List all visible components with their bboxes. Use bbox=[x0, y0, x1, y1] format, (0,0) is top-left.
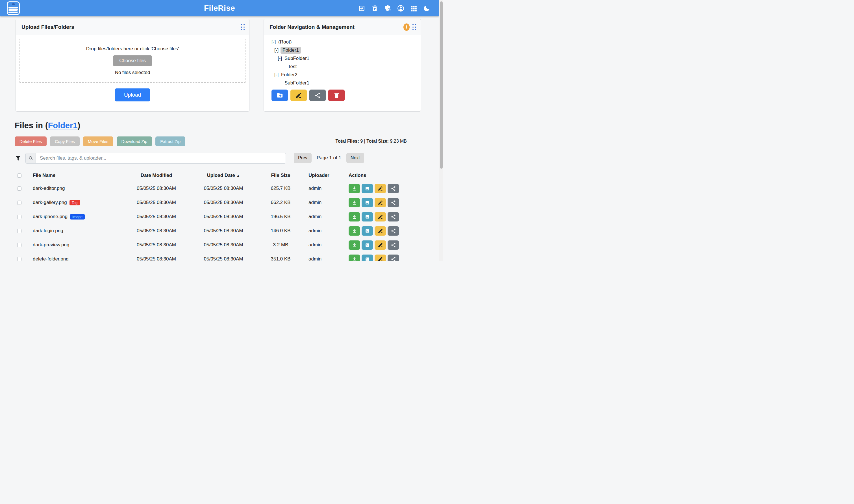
rename-file-button[interactable] bbox=[375, 240, 386, 250]
file-name[interactable]: dark-iphone.png bbox=[33, 214, 68, 219]
prev-page-button[interactable]: Prev bbox=[294, 153, 312, 163]
pencil-icon bbox=[295, 92, 302, 98]
move-files-button[interactable]: Move Files bbox=[83, 137, 113, 146]
search-input[interactable] bbox=[36, 153, 286, 163]
column-header-upload-date[interactable]: Upload Date▲ bbox=[189, 173, 257, 178]
share-icon bbox=[391, 186, 396, 191]
download-file-button[interactable] bbox=[349, 240, 360, 250]
rename-folder-button[interactable] bbox=[290, 90, 307, 101]
tree-folder-label[interactable]: Folder2 bbox=[280, 72, 298, 78]
user-profile-icon[interactable] bbox=[397, 4, 404, 12]
uploader-cell: admin bbox=[304, 186, 344, 191]
file-name[interactable]: dark-editor.png bbox=[33, 186, 65, 191]
current-folder-link[interactable]: Folder1 bbox=[48, 121, 78, 130]
row-checkbox[interactable] bbox=[17, 201, 21, 205]
drag-handle-icon[interactable] bbox=[241, 24, 244, 30]
total-files-value: 9 bbox=[360, 139, 363, 144]
tree-folder-label[interactable]: Folder1 bbox=[280, 47, 301, 54]
tree-folder-label[interactable]: Test bbox=[287, 64, 297, 70]
file-name-cell[interactable]: dark-gallery.pngTag bbox=[27, 200, 123, 205]
file-name[interactable]: dark-gallery.png bbox=[33, 200, 67, 205]
tree-folder-label[interactable]: (Root) bbox=[278, 39, 292, 45]
grid-view-icon[interactable] bbox=[410, 4, 418, 12]
file-name-cell[interactable]: dark-iphone.pngImage bbox=[27, 214, 123, 219]
tree-folder-label[interactable]: SubFolder1 bbox=[284, 80, 310, 86]
download-file-button[interactable] bbox=[349, 254, 360, 262]
preview-image-button[interactable] bbox=[362, 198, 373, 208]
restore-trash-icon[interactable] bbox=[371, 4, 379, 12]
column-header-uploader[interactable]: Uploader bbox=[304, 173, 344, 178]
share-file-button[interactable] bbox=[387, 198, 399, 208]
file-tag-badge: Image bbox=[70, 214, 85, 219]
file-name[interactable]: dark-login.png bbox=[33, 228, 63, 234]
extract-zip-button[interactable]: Extract Zip bbox=[156, 137, 185, 146]
rename-file-button[interactable] bbox=[375, 198, 386, 208]
choose-files-button[interactable]: Choose files bbox=[113, 55, 152, 66]
column-header-date-modified[interactable]: Date Modified bbox=[123, 173, 189, 178]
row-checkbox[interactable] bbox=[17, 257, 21, 261]
row-checkbox[interactable] bbox=[17, 186, 21, 191]
file-name-cell[interactable]: delete-folder.png bbox=[27, 256, 123, 261]
share-file-button[interactable] bbox=[387, 212, 399, 221]
image-icon bbox=[365, 228, 370, 234]
delete-folder-button[interactable] bbox=[328, 90, 345, 101]
share-file-button[interactable] bbox=[387, 226, 399, 236]
row-checkbox[interactable] bbox=[17, 215, 21, 219]
tree-expander-toggle[interactable]: [-] bbox=[274, 48, 278, 53]
rename-file-button[interactable] bbox=[375, 254, 386, 262]
share-file-button[interactable] bbox=[387, 240, 399, 250]
upload-button[interactable]: Upload bbox=[115, 88, 150, 102]
file-size-cell: 3.2 MB bbox=[257, 242, 304, 248]
share-folder-button[interactable] bbox=[309, 90, 326, 101]
info-icon[interactable]: i bbox=[403, 23, 410, 31]
row-actions-cell bbox=[344, 212, 400, 221]
rename-file-button[interactable] bbox=[375, 184, 386, 193]
file-name[interactable]: dark-preview.png bbox=[33, 242, 69, 248]
upload-dropzone[interactable]: Drop files/folders here or click 'Choose… bbox=[19, 39, 246, 83]
create-folder-button[interactable] bbox=[272, 90, 288, 101]
file-name[interactable]: delete-folder.png bbox=[33, 256, 69, 261]
share-file-button[interactable] bbox=[387, 254, 399, 262]
filter-icon[interactable] bbox=[15, 155, 21, 162]
column-header-file-size[interactable]: File Size bbox=[257, 173, 304, 178]
preview-image-button[interactable] bbox=[362, 212, 373, 221]
file-tag-badge: Tag bbox=[70, 200, 80, 205]
row-checkbox-cell bbox=[15, 243, 27, 247]
download-file-button[interactable] bbox=[349, 184, 360, 193]
download-zip-button[interactable]: Download Zip bbox=[117, 137, 152, 146]
delete-files-button[interactable]: Delete Files bbox=[15, 137, 47, 146]
rename-file-button[interactable] bbox=[375, 226, 386, 236]
preview-image-button[interactable] bbox=[362, 254, 373, 262]
rename-file-button[interactable] bbox=[375, 212, 386, 221]
tree-expander-toggle[interactable]: [-] bbox=[274, 72, 278, 78]
column-header-file-name[interactable]: File Name bbox=[27, 173, 123, 178]
dark-mode-icon[interactable] bbox=[423, 4, 431, 12]
select-all-checkbox[interactable] bbox=[17, 174, 21, 178]
file-name-cell[interactable]: dark-preview.png bbox=[27, 242, 123, 248]
preview-image-button[interactable] bbox=[362, 240, 373, 250]
tree-expander-toggle[interactable]: [-] bbox=[278, 56, 282, 61]
drag-handle-icon[interactable] bbox=[413, 24, 416, 30]
tree-expander-toggle[interactable]: [-] bbox=[272, 39, 276, 45]
column-header-actions[interactable]: Actions bbox=[344, 173, 400, 178]
share-file-button[interactable] bbox=[387, 184, 399, 193]
preview-image-button[interactable] bbox=[362, 184, 373, 193]
page-scrollbar-thumb[interactable] bbox=[440, 1, 443, 169]
tree-folder-label[interactable]: SubFolder1 bbox=[284, 55, 310, 61]
row-checkbox[interactable] bbox=[17, 243, 21, 247]
sign-in-icon[interactable] bbox=[358, 4, 366, 12]
file-name-cell[interactable]: dark-editor.png bbox=[27, 186, 123, 191]
download-file-button[interactable] bbox=[349, 198, 360, 208]
server-logo-icon[interactable] bbox=[7, 1, 20, 15]
download-icon bbox=[352, 228, 357, 234]
download-file-button[interactable] bbox=[349, 212, 360, 221]
admin-shield-icon[interactable] bbox=[384, 4, 392, 12]
next-page-button[interactable]: Next bbox=[346, 153, 364, 163]
page-scrollbar[interactable] bbox=[439, 0, 443, 261]
preview-image-button[interactable] bbox=[362, 226, 373, 236]
file-name-cell[interactable]: dark-login.png bbox=[27, 228, 123, 234]
file-size-cell: 662.2 KB bbox=[257, 200, 304, 205]
row-checkbox[interactable] bbox=[17, 229, 21, 233]
download-file-button[interactable] bbox=[349, 226, 360, 236]
copy-files-button[interactable]: Copy Files bbox=[50, 137, 80, 146]
